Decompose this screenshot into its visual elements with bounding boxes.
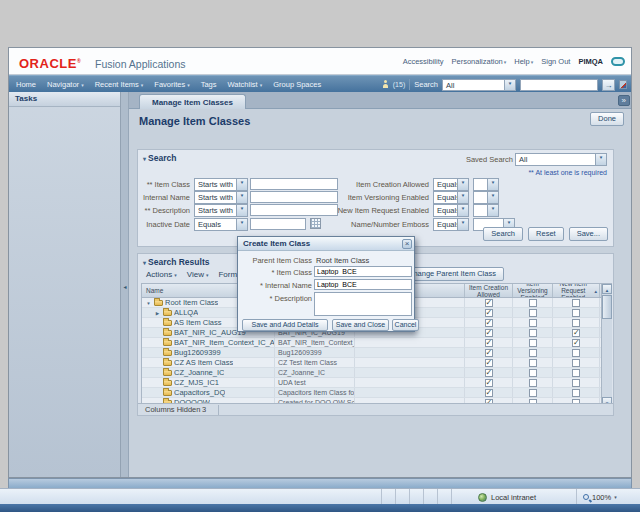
- column-header-new-item-request[interactable]: New Item Request Enabled: [553, 284, 600, 297]
- search-button[interactable]: Search: [483, 227, 523, 241]
- new-item-request-checkbox[interactable]: [572, 339, 580, 347]
- nav-item-recent-items[interactable]: Recent Items: [95, 80, 144, 89]
- item-versioning-checkbox[interactable]: [529, 339, 537, 347]
- operator-dropdown[interactable]: Equals: [194, 218, 248, 231]
- item-creation-checkbox[interactable]: [485, 319, 493, 327]
- value-dropdown[interactable]: [473, 178, 499, 191]
- save-and-close-button[interactable]: Save and Close: [332, 319, 389, 331]
- table-row[interactable]: Bug12609399Bug12609399: [142, 348, 611, 358]
- item-creation-checkbox[interactable]: [485, 299, 493, 307]
- operator-dropdown[interactable]: Equals: [433, 178, 469, 191]
- advanced-search-icon[interactable]: [619, 80, 627, 89]
- operator-dropdown[interactable]: Starts with: [194, 178, 248, 191]
- table-row[interactable]: CZ_Joanne_ICCZ_Joanne_IC: [142, 368, 611, 378]
- vertical-scrollbar[interactable]: [601, 284, 612, 407]
- search-scope-dropdown[interactable]: All: [442, 79, 516, 91]
- item-versioning-checkbox[interactable]: [529, 369, 537, 377]
- value-dropdown[interactable]: [473, 191, 499, 204]
- global-search-input[interactable]: [520, 79, 598, 91]
- nav-item-watchlist[interactable]: Watchlist: [228, 80, 263, 89]
- search-go-button[interactable]: [602, 79, 615, 91]
- operator-dropdown[interactable]: Starts with: [194, 191, 248, 204]
- panel-splitter[interactable]: [121, 92, 129, 477]
- collapse-section-icon[interactable]: [143, 260, 146, 266]
- item-creation-checkbox[interactable]: [485, 349, 493, 357]
- description-textarea[interactable]: [314, 292, 412, 316]
- tree-collapse-icon[interactable]: [145, 298, 152, 307]
- actions-menu[interactable]: Actions: [146, 270, 177, 279]
- table-row[interactable]: CZ AS Item ClassCZ Test Item Class: [142, 358, 611, 368]
- saved-search-dropdown[interactable]: All: [515, 153, 607, 166]
- personalization-menu[interactable]: Personalization: [451, 57, 506, 66]
- accessibility-link[interactable]: Accessibility: [403, 57, 444, 66]
- cancel-button[interactable]: Cancel: [392, 319, 419, 331]
- search-panel-header[interactable]: Search: [143, 153, 176, 163]
- dialog-header[interactable]: Create Item Class: [238, 237, 414, 251]
- item-versioning-checkbox[interactable]: [529, 329, 537, 337]
- close-icon[interactable]: [402, 239, 412, 249]
- operator-dropdown[interactable]: Equals: [433, 204, 469, 217]
- column-header-item-versioning[interactable]: Item Versioning Enabled: [513, 284, 553, 297]
- view-menu[interactable]: View: [187, 270, 209, 279]
- item-versioning-checkbox[interactable]: [529, 389, 537, 397]
- column-header-item-creation[interactable]: Item Creation Allowed: [465, 284, 513, 297]
- item-creation-checkbox[interactable]: [485, 379, 493, 387]
- username-label: PIMQA: [578, 57, 603, 66]
- item-creation-checkbox[interactable]: [485, 359, 493, 367]
- operator-dropdown[interactable]: Starts with: [194, 204, 248, 217]
- help-menu[interactable]: Help: [514, 57, 533, 66]
- table-row[interactable]: CZ_MJS_IC1UDA test: [142, 378, 611, 388]
- change-parent-item-class-button[interactable]: Change Parent Item Class: [400, 267, 504, 281]
- results-panel-header[interactable]: Search Results: [143, 257, 209, 267]
- search-field-input[interactable]: [250, 218, 306, 230]
- tab-overflow-icon[interactable]: [618, 95, 630, 106]
- operator-dropdown[interactable]: Equals: [433, 218, 469, 231]
- item-class-name: CZ_MJS_IC1: [174, 378, 219, 387]
- item-creation-checkbox[interactable]: [485, 389, 493, 397]
- item-versioning-checkbox[interactable]: [529, 309, 537, 317]
- done-button[interactable]: Done: [590, 112, 624, 126]
- item-class-input[interactable]: [314, 266, 412, 277]
- nav-item-home[interactable]: Home: [16, 80, 36, 89]
- sign-out-link[interactable]: Sign Out: [541, 57, 570, 66]
- new-item-request-checkbox[interactable]: [572, 329, 580, 337]
- save-search-button[interactable]: Save...: [569, 227, 608, 241]
- value-dropdown[interactable]: [473, 204, 499, 217]
- internal-name-input[interactable]: [314, 279, 412, 290]
- scrollbar-thumb[interactable]: [602, 295, 612, 319]
- chat-icon[interactable]: [611, 57, 625, 66]
- item-creation-checkbox[interactable]: [485, 339, 493, 347]
- sort-ascending-icon[interactable]: [593, 287, 598, 295]
- tree-expand-icon[interactable]: [154, 308, 161, 317]
- nav-item-group-spaces[interactable]: Group Spaces: [273, 80, 321, 89]
- zoom-control[interactable]: 100%: [576, 489, 617, 505]
- table-row[interactable]: BAT_NIR_Item_Context_IC_AUG19BAT_NIR_Ite…: [142, 338, 611, 348]
- save-and-add-details-button[interactable]: Save and Add Details: [242, 319, 328, 331]
- item-versioning-checkbox[interactable]: [529, 359, 537, 367]
- reset-button[interactable]: Reset: [528, 227, 564, 241]
- item-creation-checkbox[interactable]: [485, 369, 493, 377]
- new-item-request-checkbox[interactable]: [572, 299, 580, 307]
- new-item-request-checkbox[interactable]: [572, 359, 580, 367]
- operator-dropdown[interactable]: Equals: [433, 191, 469, 204]
- new-item-request-checkbox[interactable]: [572, 389, 580, 397]
- item-versioning-checkbox[interactable]: [529, 319, 537, 327]
- nav-item-tags[interactable]: Tags: [201, 80, 217, 89]
- tab-manage-item-classes[interactable]: Manage Item Classes: [139, 94, 246, 109]
- item-creation-checkbox[interactable]: [485, 309, 493, 317]
- nav-item-favorites[interactable]: Favorites: [154, 80, 189, 89]
- new-item-request-checkbox[interactable]: [572, 319, 580, 327]
- new-item-request-checkbox[interactable]: [572, 349, 580, 357]
- item-versioning-checkbox[interactable]: [529, 299, 537, 307]
- collapse-left-icon[interactable]: [121, 282, 129, 291]
- table-row[interactable]: Capacitors_DQCapacitors Item Class for D…: [142, 388, 611, 398]
- new-item-request-checkbox[interactable]: [572, 379, 580, 387]
- item-versioning-checkbox[interactable]: [529, 379, 537, 387]
- new-item-request-checkbox[interactable]: [572, 309, 580, 317]
- nav-item-navigator[interactable]: Navigator: [47, 80, 84, 89]
- new-item-request-checkbox[interactable]: [572, 369, 580, 377]
- scroll-up-icon[interactable]: [602, 284, 612, 294]
- item-versioning-checkbox[interactable]: [529, 349, 537, 357]
- collapse-section-icon[interactable]: [143, 156, 146, 162]
- item-creation-checkbox[interactable]: [485, 329, 493, 337]
